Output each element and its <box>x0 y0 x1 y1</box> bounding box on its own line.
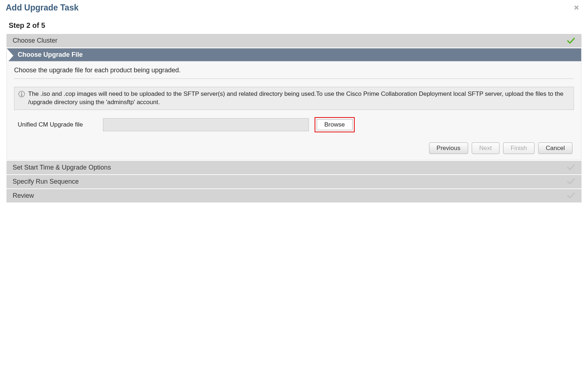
step-label: Specify Run Sequence <box>13 178 79 185</box>
next-button: Next <box>472 142 500 154</box>
browse-button[interactable]: Browse <box>317 119 353 130</box>
step-label: Review <box>13 192 34 200</box>
check-icon <box>567 192 575 199</box>
cancel-button[interactable]: Cancel <box>538 142 572 154</box>
previous-button[interactable]: Previous <box>429 142 468 154</box>
step-label: Set Start Time & Upgrade Options <box>13 164 111 171</box>
info-box: The .iso and .cop images will need to be… <box>14 87 574 110</box>
finish-button: Finish <box>503 142 535 154</box>
wizard-container: Choose Cluster Choose Upgrade File Choos… <box>7 34 581 202</box>
step-set-start-time[interactable]: Set Start Time & Upgrade Options <box>7 161 581 174</box>
check-icon <box>567 164 575 171</box>
step-content: Choose the upgrade file for each product… <box>7 61 581 160</box>
upgrade-file-label: Unified CM Upgrade file <box>18 121 97 128</box>
dialog-title: Add Upgrade Task <box>6 3 79 13</box>
step-specify-run-sequence[interactable]: Specify Run Sequence <box>7 175 581 188</box>
info-text: The .iso and .cop images will need to be… <box>28 90 570 107</box>
svg-rect-2 <box>21 94 22 96</box>
upgrade-file-input[interactable] <box>103 118 309 131</box>
check-icon <box>567 178 575 185</box>
svg-point-1 <box>21 92 22 93</box>
button-row: Previous Next Finish Cancel <box>14 142 574 154</box>
step-choose-cluster[interactable]: Choose Cluster <box>7 34 581 47</box>
step-indicator: Step 2 of 5 <box>0 16 588 33</box>
step-description: Choose the upgrade file for each product… <box>14 67 574 79</box>
step-label: Choose Upgrade File <box>18 51 83 59</box>
file-row: Unified CM Upgrade file Browse <box>14 117 574 132</box>
browse-highlight: Browse <box>315 117 355 132</box>
dialog-header: Add Upgrade Task <box>0 0 588 16</box>
info-icon <box>18 91 25 99</box>
step-review[interactable]: Review <box>7 189 581 202</box>
check-icon <box>567 37 575 44</box>
close-icon[interactable] <box>574 3 582 13</box>
step-label: Choose Cluster <box>13 37 57 44</box>
step-choose-upgrade-file[interactable]: Choose Upgrade File <box>7 48 581 61</box>
